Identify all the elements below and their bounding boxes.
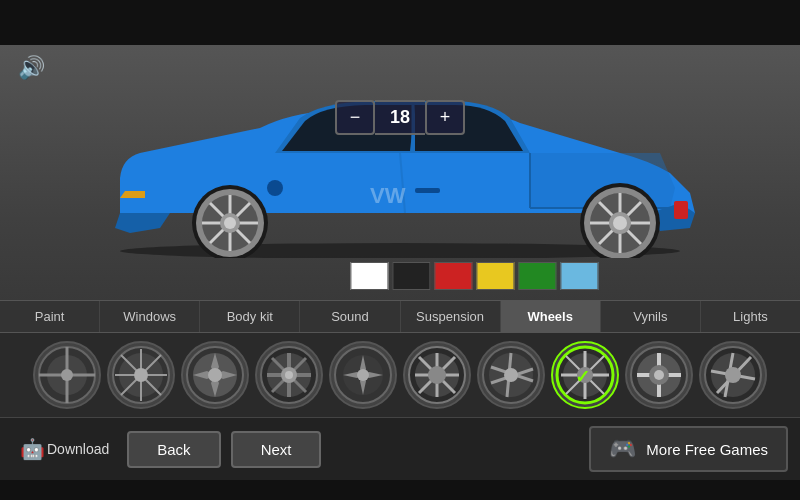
svg-point-49 xyxy=(285,371,293,379)
svg-text:VW: VW xyxy=(370,183,406,208)
svg-text:✓: ✓ xyxy=(575,367,590,387)
next-button[interactable]: Next xyxy=(231,431,322,468)
swatch-green[interactable] xyxy=(518,262,556,290)
back-button[interactable]: Back xyxy=(127,431,220,468)
android-icon: 🤖 xyxy=(20,437,45,461)
tab-bodykit[interactable]: Body kit xyxy=(200,301,300,332)
wheel-size-controls: − 18 + xyxy=(335,100,465,135)
car-display-area: − 18 + xyxy=(0,45,800,300)
swatch-red[interactable] xyxy=(434,262,472,290)
wheel-option-6[interactable] xyxy=(403,341,471,409)
svg-point-89 xyxy=(725,367,741,383)
svg-point-63 xyxy=(428,366,446,384)
main-content: − 18 + xyxy=(0,45,800,480)
tab-suspension[interactable]: Suspension xyxy=(401,301,501,332)
swatch-white[interactable] xyxy=(350,262,388,290)
wheel-option-10[interactable] xyxy=(699,341,767,409)
wheel-option-9[interactable] xyxy=(625,341,693,409)
svg-point-41 xyxy=(208,368,222,382)
wheel-size-value: 18 xyxy=(375,100,425,135)
wheel-option-2[interactable] xyxy=(107,341,175,409)
svg-point-16 xyxy=(224,217,236,229)
gamepad-icon: 🎮 xyxy=(609,436,636,462)
svg-point-83 xyxy=(654,370,664,380)
wheel-increase-button[interactable]: + xyxy=(425,100,465,135)
swatch-yellow[interactable] xyxy=(476,262,514,290)
svg-point-38 xyxy=(134,368,148,382)
download-button[interactable]: 🤖 Download xyxy=(12,433,117,465)
top-bar xyxy=(0,0,800,45)
tab-wheels[interactable]: Wheels xyxy=(501,301,601,332)
wheel-option-5[interactable] xyxy=(329,341,397,409)
customization-tabs: Paint Windows Body kit Sound Suspension … xyxy=(0,300,800,333)
wheel-option-8[interactable]: ✓ xyxy=(551,341,619,409)
wheel-option-3[interactable] xyxy=(181,341,249,409)
wheel-options-row: ✓ xyxy=(0,333,800,417)
color-swatches xyxy=(350,262,598,290)
tab-paint[interactable]: Paint xyxy=(0,301,100,332)
wheel-option-7[interactable] xyxy=(477,341,545,409)
tab-windows[interactable]: Windows xyxy=(100,301,200,332)
download-label: Download xyxy=(47,441,109,457)
action-bar: 🤖 Download Back Next 🎮 More Free Games xyxy=(0,417,800,480)
svg-rect-3 xyxy=(415,188,440,193)
more-games-label: More Free Games xyxy=(646,441,768,458)
svg-point-25 xyxy=(613,216,627,230)
more-games-button[interactable]: 🎮 More Free Games xyxy=(589,426,788,472)
bottom-bar xyxy=(0,480,800,500)
tab-vynils[interactable]: Vynils xyxy=(601,301,701,332)
svg-point-31 xyxy=(61,369,73,381)
svg-point-4 xyxy=(267,180,283,196)
svg-point-69 xyxy=(504,368,518,382)
swatch-black[interactable] xyxy=(392,262,430,290)
svg-rect-5 xyxy=(674,201,688,219)
svg-point-56 xyxy=(357,369,369,381)
swatch-light-blue[interactable] xyxy=(560,262,598,290)
tab-lights[interactable]: Lights xyxy=(701,301,800,332)
tab-sound[interactable]: Sound xyxy=(300,301,400,332)
wheel-decrease-button[interactable]: − xyxy=(335,100,375,135)
sound-icon[interactable]: 🔊 xyxy=(18,55,45,81)
wheel-option-1[interactable] xyxy=(33,341,101,409)
wheel-option-4[interactable] xyxy=(255,341,323,409)
